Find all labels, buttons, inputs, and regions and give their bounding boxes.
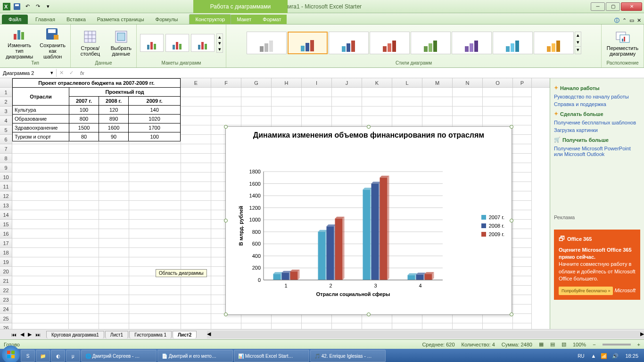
link-download-image[interactable]: Загрузка картинки: [554, 126, 640, 134]
view-normal-icon[interactable]: ▦: [539, 341, 544, 347]
cell[interactable]: [513, 107, 532, 116]
cell[interactable]: [181, 173, 211, 182]
taskbar-utorrent-icon[interactable]: μ: [66, 350, 80, 362]
row-header[interactable]: 1: [0, 88, 12, 97]
zoom-slider[interactable]: [603, 344, 631, 346]
cell[interactable]: [99, 323, 129, 329]
cell[interactable]: [12, 191, 69, 201]
cell[interactable]: [241, 88, 272, 97]
cell[interactable]: [513, 182, 532, 191]
row-header[interactable]: 15: [0, 220, 12, 229]
cell[interactable]: [272, 116, 302, 125]
chart-legend[interactable]: 2007 г.2008 г.2009 г.: [481, 212, 504, 240]
cell[interactable]: [181, 116, 211, 125]
cell[interactable]: [181, 286, 211, 295]
cell[interactable]: [129, 154, 181, 163]
tab-home[interactable]: Главная: [30, 15, 61, 24]
layout-gallery-more[interactable]: ▴▾▾: [216, 33, 223, 53]
cell[interactable]: [332, 116, 362, 125]
cell[interactable]: [12, 267, 69, 276]
link-help-support[interactable]: Справка и поддержка: [554, 100, 640, 108]
cell[interactable]: [332, 314, 362, 323]
row-header[interactable]: 20: [0, 267, 12, 276]
column-header[interactable]: N: [453, 78, 483, 87]
cell[interactable]: [99, 182, 129, 191]
tab-insert[interactable]: Вставка: [61, 15, 91, 24]
cell[interactable]: [181, 314, 211, 323]
save-icon[interactable]: [12, 2, 22, 11]
cell[interactable]: [272, 97, 302, 107]
cell[interactable]: [181, 220, 211, 229]
cell[interactable]: [513, 163, 532, 173]
language-indicator[interactable]: RU: [574, 354, 588, 359]
cell[interactable]: [362, 88, 392, 97]
cell[interactable]: [241, 97, 272, 107]
row-header[interactable]: 17: [0, 239, 12, 248]
cell[interactable]: [99, 210, 129, 220]
cell[interactable]: [12, 210, 69, 220]
start-button[interactable]: [2, 346, 20, 362]
cell[interactable]: [129, 163, 181, 173]
cell[interactable]: [513, 125, 532, 135]
cell[interactable]: [422, 97, 453, 107]
row-header[interactable]: 21: [0, 276, 12, 286]
cell[interactable]: [69, 173, 99, 182]
style-thumb[interactable]: [493, 32, 533, 54]
close-workbook-icon[interactable]: ✕: [637, 17, 641, 24]
column-header[interactable]: H: [272, 78, 302, 87]
resize-handle[interactable]: [510, 313, 513, 316]
cell[interactable]: [129, 173, 181, 182]
link-getting-started[interactable]: Руководство по началу работы: [554, 93, 640, 100]
cell[interactable]: [332, 107, 362, 116]
cell[interactable]: [129, 220, 181, 229]
resize-handle[interactable]: [367, 313, 371, 316]
horizontal-scrollbar[interactable]: ◀▶: [207, 331, 644, 338]
cell[interactable]: [453, 116, 483, 125]
change-chart-type-button[interactable]: Изменить тип диаграммы: [3, 25, 36, 60]
cell[interactable]: [422, 107, 453, 116]
cell[interactable]: [513, 267, 532, 276]
name-box-dropdown-icon[interactable]: ▾: [50, 70, 53, 76]
view-page-layout-icon[interactable]: ▤: [550, 341, 555, 347]
save-as-template-button[interactable]: Сохранить как шаблон: [38, 25, 67, 60]
cell[interactable]: [302, 323, 332, 329]
cell[interactable]: [211, 116, 241, 125]
row-header[interactable]: 25: [0, 314, 12, 323]
close-button[interactable]: ✕: [621, 2, 642, 11]
row-header[interactable]: 2: [0, 97, 12, 107]
enter-icon[interactable]: ✓: [66, 70, 76, 76]
cell[interactable]: [12, 295, 69, 304]
cell[interactable]: [69, 295, 99, 304]
clock[interactable]: 18:25: [621, 353, 642, 359]
cell[interactable]: [422, 88, 453, 97]
cell[interactable]: [241, 314, 272, 323]
cell[interactable]: [129, 314, 181, 323]
taskbar-app-icon[interactable]: ◐: [51, 350, 65, 362]
cell[interactable]: [99, 154, 129, 163]
cell[interactable]: [99, 173, 129, 182]
cell[interactable]: [129, 144, 181, 154]
cell[interactable]: [69, 314, 99, 323]
cell[interactable]: [69, 323, 99, 329]
link-get-powerpoint-outlook[interactable]: Получение Microsoft PowerPoint или Micro…: [554, 145, 640, 158]
cell[interactable]: [241, 323, 272, 329]
cell[interactable]: [513, 191, 532, 201]
row-header[interactable]: 19: [0, 257, 12, 267]
view-page-break-icon[interactable]: ▧: [561, 341, 566, 347]
file-tab[interactable]: Файл: [2, 15, 28, 24]
cell[interactable]: [513, 144, 532, 154]
cell[interactable]: [99, 220, 129, 229]
cell[interactable]: [69, 229, 99, 239]
cell[interactable]: [12, 286, 69, 295]
cell[interactable]: [211, 107, 241, 116]
cell[interactable]: [513, 116, 532, 125]
sheet-tab[interactable]: Лист2: [173, 331, 197, 338]
qat-dropdown-icon[interactable]: ▾: [43, 2, 53, 11]
cell[interactable]: [513, 201, 532, 210]
worksheet-area[interactable]: ABCDEFGHIJKLMNOP 12345678910111213141516…: [0, 78, 550, 329]
row-header[interactable]: 14: [0, 210, 12, 220]
cell[interactable]: [272, 88, 302, 97]
chart-styles-gallery[interactable]: ▴▾▾: [247, 25, 581, 60]
cell[interactable]: [211, 323, 241, 329]
row-header[interactable]: 18: [0, 248, 12, 257]
